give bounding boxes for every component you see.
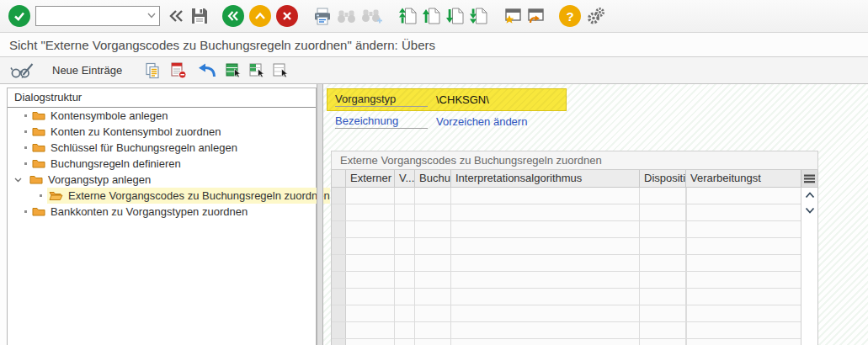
table-row[interactable] <box>332 238 801 255</box>
vorgangstyp-value[interactable]: \CHKSGN\ <box>436 93 489 106</box>
column-header-buchu[interactable]: Buchu... <box>415 170 451 187</box>
cell-dispositi[interactable] <box>640 339 686 345</box>
column-header-v[interactable]: V... <box>395 170 415 187</box>
cell-interpretationsalgorithmus[interactable] <box>451 272 640 288</box>
tree-item-schluessel[interactable]: Schlüssel für Buchungsregeln anlegen <box>8 140 316 156</box>
new-session-button[interactable] <box>503 8 521 24</box>
last-page-button[interactable] <box>470 8 488 24</box>
cell-buchu[interactable] <box>415 289 451 305</box>
customize-layout-button[interactable] <box>586 7 608 25</box>
collapse-toolbar-icon[interactable] <box>168 9 185 23</box>
cell-externer[interactable] <box>346 221 395 237</box>
cell-buchu[interactable] <box>415 204 451 220</box>
cell-verarbeitungst[interactable] <box>686 272 687 288</box>
cell-externer[interactable] <box>346 272 395 288</box>
table-row[interactable] <box>332 305 801 322</box>
cell-interpretationsalgorithmus[interactable] <box>451 289 640 305</box>
chevron-down-icon[interactable] <box>13 178 23 183</box>
row-select-cell[interactable] <box>332 221 346 237</box>
column-header-verarbeitungst[interactable]: Verarbeitungst <box>686 170 801 187</box>
cell-interpretationsalgorithmus[interactable] <box>451 221 640 237</box>
tree-item-kontensymbole[interactable]: Kontensymbole anlegen <box>8 108 316 124</box>
cell-buchu[interactable] <box>415 238 451 254</box>
cell-dispositi[interactable] <box>640 221 686 237</box>
cell-interpretationsalgorithmus[interactable] <box>451 305 640 321</box>
row-select-cell[interactable] <box>332 238 346 254</box>
cell-buchu[interactable] <box>415 339 451 345</box>
column-header-externer[interactable]: Externer ... <box>346 170 395 187</box>
row-select-cell[interactable] <box>332 272 346 288</box>
new-entries-button[interactable]: Neue Einträge <box>52 64 122 77</box>
undo-button[interactable] <box>197 63 216 77</box>
cell-dispositi[interactable] <box>640 322 686 338</box>
table-scrollbar[interactable] <box>801 188 817 345</box>
vorgangstyp-field-row[interactable]: Vorgangstyp \CHKSGN\ <box>327 88 567 111</box>
cell-dispositi[interactable] <box>640 272 686 288</box>
previous-page-button[interactable] <box>423 8 441 24</box>
table-row[interactable] <box>332 289 801 305</box>
cell-v[interactable] <box>395 255 415 271</box>
cell-buchu[interactable] <box>415 322 451 338</box>
row-select-cell[interactable] <box>332 305 346 321</box>
back-button[interactable] <box>222 5 244 27</box>
row-select-cell[interactable] <box>332 188 346 204</box>
cell-verarbeitungst[interactable] <box>686 339 687 345</box>
exit-button[interactable] <box>249 5 271 27</box>
cell-externer[interactable] <box>346 204 395 220</box>
display-change-button[interactable] <box>10 62 34 79</box>
row-select-cell[interactable] <box>332 322 346 338</box>
table-settings-button[interactable] <box>801 170 817 187</box>
deselect-all-button[interactable] <box>272 62 289 78</box>
cell-interpretationsalgorithmus[interactable] <box>451 255 640 271</box>
cell-verarbeitungst[interactable] <box>686 238 687 254</box>
cell-externer[interactable] <box>346 238 395 254</box>
cell-dispositi[interactable] <box>640 255 686 271</box>
cell-verarbeitungst[interactable] <box>686 322 687 338</box>
cell-verarbeitungst[interactable] <box>686 188 687 204</box>
table-row[interactable] <box>332 322 801 339</box>
bezeichnung-value[interactable]: Vorzeichen ändern <box>436 115 527 128</box>
cell-dispositi[interactable] <box>640 289 686 305</box>
cell-v[interactable] <box>395 289 415 305</box>
save-button[interactable] <box>190 7 209 25</box>
cell-externer[interactable] <box>346 255 395 271</box>
cell-buchu[interactable] <box>415 255 451 271</box>
cell-v[interactable] <box>395 322 415 338</box>
cell-v[interactable] <box>395 188 415 204</box>
cell-verarbeitungst[interactable] <box>686 204 687 220</box>
cell-verarbeitungst[interactable] <box>686 255 687 271</box>
cell-dispositi[interactable] <box>640 238 686 254</box>
tree-item-bankkonten[interactable]: Bankkonten zu Vorgangstypen zuordnen <box>8 204 316 220</box>
cell-verarbeitungst[interactable] <box>686 305 687 321</box>
cell-v[interactable] <box>395 339 415 345</box>
panel-splitter[interactable] <box>317 84 323 345</box>
select-all-column-header[interactable] <box>332 170 346 187</box>
cell-verarbeitungst[interactable] <box>686 289 687 305</box>
cell-buchu[interactable] <box>415 305 451 321</box>
column-header-interpretationsalgorithmus[interactable]: Interpretationsalgorithmus <box>451 170 640 187</box>
table-row[interactable] <box>332 221 801 238</box>
cell-externer[interactable] <box>346 289 395 305</box>
tree-item-vorgangstyp[interactable]: Vorgangstyp anlegen <box>8 172 316 188</box>
tree-item-konten-zuordnen[interactable]: Konten zu Kontensymbol zuordnen <box>8 124 316 140</box>
cancel-button[interactable] <box>276 5 298 27</box>
select-block-button[interactable] <box>248 62 265 78</box>
table-row[interactable] <box>332 204 801 221</box>
table-row[interactable] <box>332 339 801 345</box>
column-header-dispositi[interactable]: Dispositi... <box>640 170 686 187</box>
enter-button[interactable] <box>8 5 30 27</box>
cell-v[interactable] <box>395 238 415 254</box>
cell-v[interactable] <box>395 305 415 321</box>
scroll-down-button[interactable] <box>801 203 817 218</box>
help-button[interactable]: ? <box>559 5 581 27</box>
table-row[interactable] <box>332 255 801 272</box>
cell-externer[interactable] <box>346 322 395 338</box>
next-page-button[interactable] <box>446 8 465 24</box>
table-row[interactable] <box>332 272 801 289</box>
command-field[interactable] <box>35 6 160 26</box>
copy-as-button[interactable] <box>144 62 161 79</box>
cell-v[interactable] <box>395 204 415 220</box>
cell-buchu[interactable] <box>415 272 451 288</box>
cell-dispositi[interactable] <box>640 188 686 204</box>
cell-interpretationsalgorithmus[interactable] <box>451 339 640 345</box>
